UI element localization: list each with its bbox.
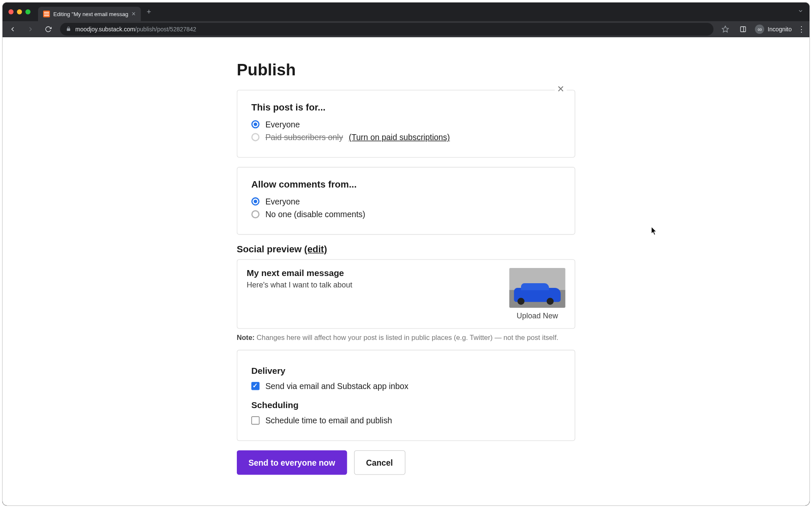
new-tab-button[interactable]: + xyxy=(147,8,151,17)
delivery-heading: Delivery xyxy=(251,366,560,375)
radio-label: Everyone xyxy=(265,120,300,129)
radio-label: No one (disable comments) xyxy=(265,210,365,219)
tab-title: Editing "My next email messag xyxy=(53,11,128,17)
radio-icon xyxy=(251,210,259,218)
reload-button[interactable] xyxy=(42,23,54,35)
upload-new-button[interactable]: Upload New xyxy=(517,311,558,320)
close-icon[interactable]: × xyxy=(555,82,566,96)
radio-label-disabled: Paid subscribers only xyxy=(265,133,343,142)
tabs-chevron-down-icon[interactable] xyxy=(798,8,804,16)
checkbox-label: Send via email and Substack app inbox xyxy=(265,381,408,391)
social-preview-card: My next email message Here's what I want… xyxy=(237,259,575,329)
lock-icon xyxy=(66,26,71,33)
preview-description: Here's what I want to talk about xyxy=(247,280,500,289)
checkbox-schedule[interactable]: Schedule time to email and publish xyxy=(251,416,560,425)
window-close-button[interactable] xyxy=(8,9,14,14)
page-title: Publish xyxy=(237,61,575,79)
comments-heading: Allow comments from... xyxy=(251,179,560,190)
address-bar[interactable]: moodjoy.substack.com/publish/post/528278… xyxy=(60,23,713,36)
social-note: Note: Changes here will affect how your … xyxy=(237,334,575,342)
send-button[interactable]: Send to everyone now xyxy=(237,450,347,475)
radio-comments-none[interactable]: No one (disable comments) xyxy=(251,210,560,219)
edit-social-link[interactable]: (edit) xyxy=(304,244,327,254)
window-minimize-button[interactable] xyxy=(17,9,22,14)
incognito-label: Incognito xyxy=(768,26,792,33)
radio-icon xyxy=(251,133,259,141)
preview-title: My next email message xyxy=(247,268,500,278)
tab-close-icon[interactable]: × xyxy=(132,10,135,18)
panel-icon[interactable] xyxy=(737,23,749,35)
comments-card: Allow comments from... Everyone No one (… xyxy=(237,167,575,235)
radio-icon xyxy=(251,120,259,128)
checkbox-icon xyxy=(251,417,259,425)
scheduling-heading: Scheduling xyxy=(251,400,560,410)
url-text: moodjoy.substack.com/publish/post/528278… xyxy=(75,26,196,33)
tab-favicon-icon xyxy=(43,11,50,17)
turn-on-paid-link[interactable]: (Turn on paid subscriptions) xyxy=(349,133,450,142)
radio-icon xyxy=(251,197,259,205)
preview-image xyxy=(509,268,565,308)
bookmark-star-icon[interactable] xyxy=(719,23,731,35)
forward-button[interactable] xyxy=(25,23,36,35)
titlebar: Editing "My next email messag × + xyxy=(3,3,809,21)
audience-heading: This post is for... xyxy=(251,102,560,113)
back-button[interactable] xyxy=(7,23,19,35)
checkbox-send-email[interactable]: Send via email and Substack app inbox xyxy=(251,381,560,391)
checkbox-icon xyxy=(251,382,259,390)
window-maximize-button[interactable] xyxy=(25,9,30,14)
browser-tab[interactable]: Editing "My next email messag × xyxy=(38,7,141,21)
social-preview-heading: Social preview (edit) xyxy=(237,244,575,255)
incognito-indicator[interactable]: Incognito xyxy=(755,25,792,34)
radio-paid-subscribers: Paid subscribers only(Turn on paid subsc… xyxy=(251,133,560,142)
audience-card: × This post is for... Everyone Paid subs… xyxy=(237,90,575,157)
browser-menu-button[interactable]: ⋮ xyxy=(798,25,805,34)
delivery-card: Delivery Send via email and Substack app… xyxy=(237,350,575,441)
incognito-icon xyxy=(755,25,764,34)
checkbox-label: Schedule time to email and publish xyxy=(265,416,392,425)
cursor-icon xyxy=(651,227,657,235)
svg-rect-1 xyxy=(741,27,746,32)
cancel-button[interactable]: Cancel xyxy=(354,450,405,475)
radio-everyone[interactable]: Everyone xyxy=(251,120,560,129)
svg-marker-0 xyxy=(722,26,729,32)
browser-toolbar: moodjoy.substack.com/publish/post/528278… xyxy=(3,21,809,37)
radio-comments-everyone[interactable]: Everyone xyxy=(251,197,560,206)
radio-label: Everyone xyxy=(265,197,300,206)
